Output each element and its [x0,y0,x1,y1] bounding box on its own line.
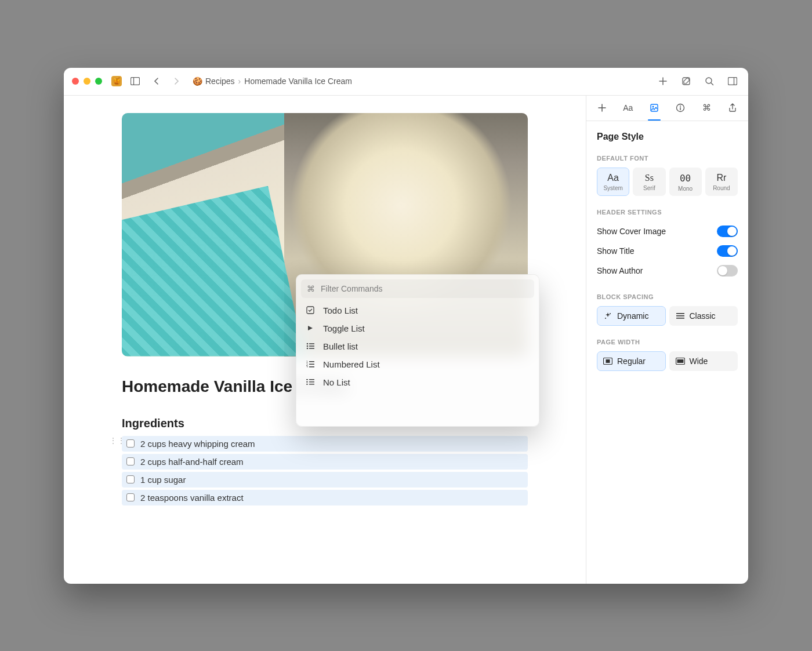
tab-page-style[interactable] [646,99,663,117]
tab-share[interactable] [724,99,741,117]
svg-rect-20 [309,379,314,380]
search-button[interactable] [702,74,717,89]
width-wide[interactable]: Wide [669,351,738,371]
block-spacing-label: Block Spacing [597,293,738,300]
app-icon: 🍯 [111,76,122,86]
svg-point-3 [706,78,712,83]
command-list: Todo List Toggle List Bullet list [296,298,539,426]
svg-rect-33 [676,315,684,317]
todo-text: 1 cup sugar [140,475,186,485]
svg-point-28 [680,106,681,107]
tab-info[interactable] [672,99,689,117]
no-list-icon [306,379,315,385]
close-window-button[interactable] [72,78,79,85]
breadcrumb-parent[interactable]: 🍪 Recipes [193,77,235,86]
todo-text: 2 cups half-and-half cream [140,457,244,467]
setting-label: Show Author [597,266,643,275]
tab-typography[interactable]: Aa [619,99,637,117]
svg-rect-36 [606,359,610,363]
default-font-label: Default Font [597,155,738,162]
svg-rect-21 [306,381,308,383]
tab-shortcuts[interactable]: ⌘ [698,99,715,117]
numbered-list-icon: 123 [306,361,315,368]
command-item-label: Todo List [323,306,358,315]
svg-rect-19 [306,379,308,380]
svg-point-11 [307,348,309,350]
svg-rect-10 [309,345,314,347]
checkbox[interactable] [126,475,135,483]
toggle-sidebar-button[interactable] [128,74,143,89]
font-sample: Aa [607,173,619,183]
fullscreen-window-button[interactable] [95,78,102,85]
minimize-window-button[interactable] [84,78,90,85]
font-option-mono[interactable]: 00 Mono [669,168,702,196]
width-regular[interactable]: Regular [597,351,666,371]
svg-rect-32 [676,313,684,314]
toggle-show-cover[interactable] [717,226,738,237]
command-item-todo-list[interactable]: Todo List [300,301,535,319]
toggle-show-author[interactable] [717,265,738,277]
font-option-serif[interactable]: Ss Serif [633,168,665,196]
svg-point-31 [605,318,606,319]
font-option-round[interactable]: Rr Round [705,168,738,196]
checkbox[interactable] [126,493,135,501]
toggle-inspector-button[interactable] [725,74,740,89]
setting-show-author: Show Author [597,261,738,281]
back-button[interactable] [148,74,164,89]
checkbox[interactable] [126,439,135,448]
command-search-input[interactable]: ⌘ Filter Commands [301,279,534,298]
svg-rect-14 [309,361,314,362]
breadcrumb-parent-label: Recipes [205,77,235,86]
command-item-bullet-list[interactable]: Bullet list [300,337,535,355]
svg-rect-8 [309,343,314,344]
toolbar: 🍯 🍪 Recipes › Homemade Vanilla Ice Cream [64,68,748,96]
todo-item[interactable]: 2 teaspoons vanilla extract [122,490,528,505]
tab-insert[interactable] [593,99,611,117]
toggle-list-icon [306,325,315,332]
cookie-icon: 🍪 [193,77,202,86]
content-area: Homemade Vanilla Ice Cream Ingredients ⋮… [64,96,748,584]
command-item-label: Toggle List [323,323,365,333]
inspector-body: Page Style Default Font Aa System Ss Ser… [586,121,748,381]
spacing-dynamic[interactable]: Dynamic [597,306,666,326]
new-page-button[interactable] [655,74,670,89]
font-sample: Ss [645,173,654,183]
svg-rect-18 [309,366,314,368]
todo-item[interactable]: 2 cups half-and-half cream [122,454,528,470]
sparkle-icon [603,311,612,321]
todo-item[interactable]: 1 cup sugar [122,472,528,488]
toggle-show-title[interactable] [717,245,738,257]
command-item-toggle-list[interactable]: Toggle List [300,319,535,337]
setting-show-cover: Show Cover Image [597,221,738,241]
font-option-system[interactable]: Aa System [597,168,629,196]
command-item-numbered-list[interactable]: 123 Numbered List [300,355,535,373]
seg-label: Classic [690,311,716,321]
toolbar-right [655,74,740,89]
checkbox[interactable] [126,457,135,465]
width-wide-icon [676,357,685,366]
setting-show-title: Show Title [597,241,738,261]
svg-point-9 [307,345,309,347]
svg-rect-34 [676,318,684,319]
todo-item[interactable]: 2 cups heavy whipping cream [122,436,528,452]
breadcrumb-current[interactable]: Homemade Vanilla Ice Cream [244,77,352,86]
forward-button[interactable] [169,74,184,89]
seg-label: Wide [690,357,708,366]
breadcrumb-separator: › [238,77,241,86]
command-key-icon: ⌘ [307,284,315,293]
command-item-no-list[interactable]: No List [300,373,535,391]
svg-rect-23 [306,384,308,385]
ingredients-list: ⋮⋮ 2 cups heavy whipping cream 2 cups ha… [122,436,528,505]
svg-rect-38 [677,359,683,363]
font-option-label: Round [713,185,730,191]
font-option-label: System [603,185,622,191]
lines-icon [676,311,685,321]
spacing-classic[interactable]: Classic [669,306,738,326]
todo-text: 2 cups heavy whipping cream [140,439,255,449]
drag-handle-icon[interactable]: ⋮⋮ [109,436,125,445]
breadcrumb-current-label: Homemade Vanilla Ice Cream [244,77,352,86]
bullet-list-icon [306,343,315,350]
width-regular-icon [603,357,612,366]
svg-rect-22 [309,381,314,383]
compose-button[interactable] [679,74,694,89]
